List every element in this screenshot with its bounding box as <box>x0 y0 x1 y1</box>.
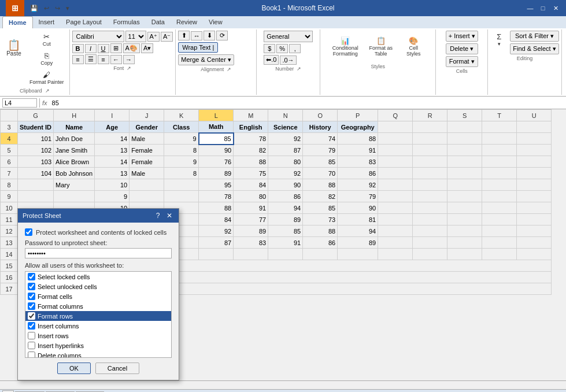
cell-T4[interactable] <box>482 133 517 145</box>
checkbox-insert-hyperlinks[interactable] <box>28 342 35 349</box>
cell-M9[interactable]: 80 <box>234 191 268 202</box>
tab-data[interactable]: Data <box>146 16 171 28</box>
cell-N3[interactable]: Science <box>268 121 303 133</box>
cell-S8[interactable] <box>447 179 482 191</box>
cell-N13[interactable]: 91 <box>268 237 303 249</box>
cell-I3[interactable]: Age <box>95 121 130 133</box>
cell-S12[interactable] <box>447 225 482 237</box>
grow-font-button[interactable]: A⁺ <box>147 32 160 42</box>
decrease-indent-button[interactable]: ← <box>110 55 122 64</box>
cell-N4[interactable]: 92 <box>268 133 303 145</box>
cell-G6[interactable]: 103 <box>18 156 54 168</box>
col-header-P[interactable]: P <box>338 110 378 121</box>
tab-formulas[interactable]: Formulas <box>108 16 146 28</box>
cell-N11[interactable]: 89 <box>268 214 303 225</box>
undo-button[interactable]: ↩ <box>42 3 51 13</box>
cell-L12[interactable]: 92 <box>199 225 234 237</box>
cell-H9[interactable] <box>54 191 95 202</box>
cell-O12[interactable]: 88 <box>303 225 338 237</box>
cell-L13[interactable]: 87 <box>199 237 234 249</box>
cell-N7[interactable]: 92 <box>268 168 303 179</box>
cell-O3[interactable]: History <box>303 121 338 133</box>
cell-Q12[interactable] <box>378 225 413 237</box>
cell-U3[interactable] <box>517 121 552 133</box>
col-header-R[interactable]: R <box>413 110 447 121</box>
cell-H4[interactable]: John Doe <box>54 133 95 145</box>
cell-P3[interactable]: Geography <box>338 121 378 133</box>
cell-U9[interactable] <box>517 191 552 202</box>
underline-button[interactable]: U <box>98 44 109 53</box>
save-button[interactable]: 💾 <box>28 3 40 13</box>
cell-H3[interactable]: Name <box>54 121 95 133</box>
cell-L14[interactable] <box>199 249 234 260</box>
cell-J7[interactable]: Male <box>130 168 164 179</box>
cell-N14[interactable] <box>268 249 303 260</box>
tab-home[interactable]: Home <box>2 16 33 28</box>
cell-Q8[interactable] <box>378 179 413 191</box>
cell-U10[interactable] <box>517 202 552 214</box>
cell-O14[interactable] <box>303 249 338 260</box>
cell-S3[interactable] <box>447 121 482 133</box>
cell-R8[interactable] <box>413 179 447 191</box>
sort-filter-button[interactable]: Sort & Filter ▾ <box>510 31 558 42</box>
cell-U6[interactable] <box>517 156 552 168</box>
format-painter-button[interactable]: 🖌 Format Painter <box>27 69 67 87</box>
cell-L10[interactable]: 88 <box>199 202 234 214</box>
find-select-button[interactable]: Find & Select ▾ <box>510 43 558 54</box>
cell-M11[interactable]: 77 <box>234 214 268 225</box>
list-item-format-rows[interactable]: Format rows <box>25 311 171 321</box>
cell-T3[interactable] <box>482 121 517 133</box>
cell-M14[interactable] <box>234 249 268 260</box>
cell-styles-button[interactable]: 🎨 Cell Styles <box>399 31 428 62</box>
add-sheet-button[interactable]: + <box>2 390 14 393</box>
shrink-font-button[interactable]: A⁻ <box>161 32 173 42</box>
cell-U4[interactable] <box>517 133 552 145</box>
cell-O13[interactable]: 86 <box>303 237 338 249</box>
cell-M5[interactable]: 82 <box>234 145 268 156</box>
list-item-format-cells[interactable]: Format cells <box>25 291 171 301</box>
col-header-G[interactable]: G <box>18 110 54 121</box>
cell-G5[interactable]: 102 <box>18 145 54 156</box>
conditional-formatting-button[interactable]: 📊 Conditional Formatting <box>328 31 362 62</box>
cell-P9[interactable]: 79 <box>338 191 378 202</box>
cell-I9[interactable]: 9 <box>95 191 130 202</box>
cell-L6[interactable]: 76 <box>199 156 234 168</box>
close-button[interactable]: ✕ <box>550 2 561 14</box>
cell-J9[interactable] <box>130 191 164 202</box>
fill-color-button[interactable]: A🎨 <box>123 43 140 53</box>
office-button[interactable]: ⊞ <box>6 0 24 17</box>
cell-Q9[interactable] <box>378 191 413 202</box>
cell-S14[interactable] <box>447 249 482 260</box>
cell-N12[interactable]: 85 <box>268 225 303 237</box>
cell-Q4[interactable] <box>378 133 413 145</box>
cell-R6[interactable] <box>413 156 447 168</box>
format-as-table-button[interactable]: 📋 Format as Table <box>365 31 397 62</box>
font-size-select[interactable]: 11 <box>125 31 146 42</box>
italic-button[interactable]: I <box>85 44 97 53</box>
cell-J5[interactable]: Female <box>130 145 164 156</box>
wrap-text-button[interactable]: Wrap Text | <box>178 42 218 53</box>
cell-U12[interactable] <box>517 225 552 237</box>
checkbox-insert-rows[interactable] <box>28 332 35 339</box>
bold-button[interactable]: B <box>72 44 84 53</box>
merge-center-button[interactable]: Merge & Center ▾ <box>178 54 234 65</box>
increase-decimal-button[interactable]: .0→ <box>280 56 296 65</box>
cell-M7[interactable]: 75 <box>234 168 268 179</box>
cell-I8[interactable]: 10 <box>95 179 130 191</box>
cell-K9[interactable] <box>164 191 199 202</box>
cell-R9[interactable] <box>413 191 447 202</box>
cell-Q7[interactable] <box>378 168 413 179</box>
cell-Q10[interactable] <box>378 202 413 214</box>
cell-Q13[interactable] <box>378 237 413 249</box>
cell-M12[interactable]: 89 <box>234 225 268 237</box>
cell-L11[interactable]: 84 <box>199 214 234 225</box>
comma-button[interactable]: , <box>289 44 301 53</box>
cell-Q3[interactable] <box>378 121 413 133</box>
protect-worksheet-checkbox[interactable] <box>25 228 32 236</box>
cell-J6[interactable]: Female <box>130 156 164 168</box>
cell-O4[interactable]: 74 <box>303 133 338 145</box>
checkbox-format-cells[interactable] <box>28 293 35 300</box>
cell-O8[interactable]: 88 <box>303 179 338 191</box>
angle-text-button[interactable]: ⟳ <box>216 31 228 40</box>
col-header-K[interactable]: K <box>164 110 199 121</box>
